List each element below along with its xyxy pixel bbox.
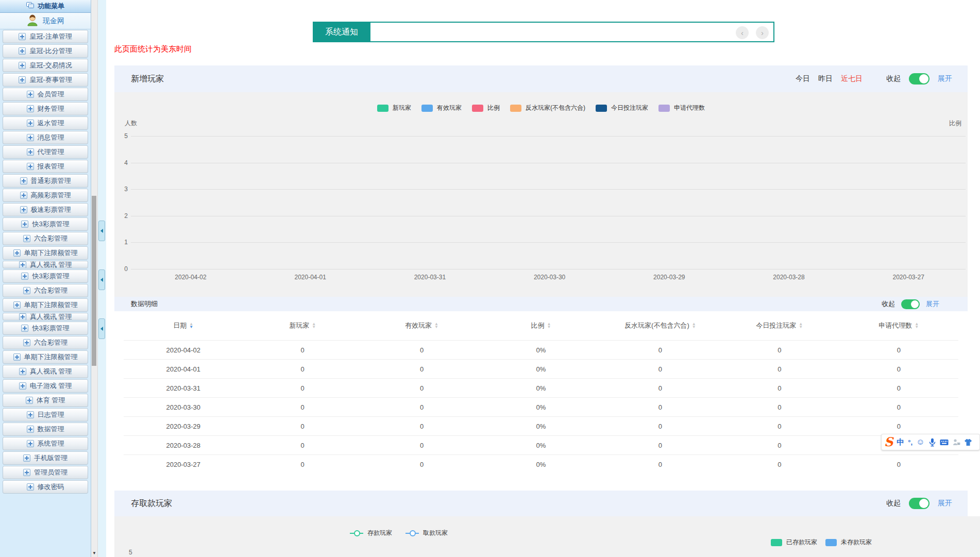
sidebar-item-26[interactable]: 体育 管理	[3, 394, 88, 407]
range-week-link[interactable]: 近七日	[841, 74, 863, 83]
expand-plus-icon	[27, 440, 34, 447]
collapse-toggle[interactable]	[909, 498, 930, 509]
sidebar-item-22[interactable]: 六合彩管理	[3, 336, 88, 349]
gridline	[131, 136, 966, 137]
column-header-3[interactable]: 比例▲▼	[481, 321, 600, 330]
sidebar-item-15[interactable]: 单期下注限额管理	[3, 246, 88, 260]
sidebar-item-11[interactable]: 高频彩票管理	[3, 189, 88, 202]
sidebar-item-label: 体育 管理	[37, 396, 65, 405]
menu-icon	[26, 2, 35, 10]
expand-link[interactable]: 展开	[938, 499, 952, 508]
range-today-link[interactable]: 今日	[796, 74, 810, 83]
sidebar-item-3[interactable]: 皇冠-赛事管理	[3, 73, 88, 87]
column-header-0[interactable]: 日期▲▼	[124, 321, 243, 330]
table-cell: 0%	[481, 442, 600, 449]
sidebar-item-16[interactable]: 真人视讯 管理	[3, 261, 88, 268]
column-header-5[interactable]: 今日投注玩家▲▼	[720, 321, 839, 330]
sidebar-item-29[interactable]: 系统管理	[3, 437, 88, 450]
collapse-toggle[interactable]	[909, 73, 930, 85]
toolbox-icon[interactable]: 20	[952, 438, 960, 446]
column-header-6[interactable]: 申请代理数▲▼	[839, 321, 958, 330]
range-yesterday-link[interactable]: 昨日	[818, 74, 833, 83]
collapse-sidebar-arrow-icon[interactable]	[98, 269, 105, 290]
sidebar-item-25[interactable]: 电子游戏 管理	[3, 379, 88, 393]
column-header-1[interactable]: 新玩家▲▼	[243, 321, 362, 330]
sidebar-item-24[interactable]: 真人视讯 管理	[3, 365, 88, 378]
sidebar-item-19[interactable]: 单期下注限额管理	[3, 298, 88, 312]
sort-desc-icon: ▼	[692, 326, 696, 329]
sidebar-item-28[interactable]: 数据管理	[3, 423, 88, 436]
scrollbar-down-arrow-icon[interactable]: ▼	[91, 550, 97, 556]
expand-link[interactable]: 展开	[938, 74, 952, 83]
y-axis-tick: 0	[114, 265, 128, 273]
collapse-toggle[interactable]	[901, 299, 920, 309]
sidebar-item-0[interactable]: 皇冠-注单管理	[3, 30, 88, 43]
sidebar-item-30[interactable]: 手机版管理	[3, 451, 88, 465]
table-cell: 0%	[481, 461, 600, 468]
sidebar-item-label: 真人视讯 管理	[30, 261, 72, 268]
table-cell: 0	[243, 461, 362, 468]
microphone-icon[interactable]	[928, 438, 936, 447]
sidebar-item-4[interactable]: 会员管理	[3, 88, 88, 101]
deposit-panel-header: 存取款玩家 收起 展开	[114, 491, 968, 516]
expand-plus-icon	[19, 33, 26, 40]
skin-icon[interactable]	[964, 438, 972, 446]
sogou-logo-icon[interactable]: S	[884, 435, 893, 449]
sidebar-item-10[interactable]: 普通彩票管理	[3, 174, 88, 188]
sidebar-item-7[interactable]: 消息管理	[3, 131, 88, 144]
sidebar-item-1[interactable]: 皇冠-比分管理	[3, 44, 88, 58]
notice-next-button[interactable]: ›	[756, 26, 769, 39]
sidebar-item-label: 六合彩管理	[34, 338, 67, 347]
table-cell: 0	[839, 423, 958, 430]
column-header-2[interactable]: 有效玩家▲▼	[362, 321, 481, 330]
svg-text:20: 20	[957, 442, 960, 445]
chinese-mode-icon[interactable]: 中	[897, 437, 904, 447]
emoji-icon[interactable]: ☺	[916, 437, 924, 447]
sidebar-item-label: 单期下注限额管理	[24, 352, 78, 362]
collapse-sidebar-arrow-icon[interactable]	[98, 318, 105, 339]
table-cell: 0	[839, 403, 958, 411]
sidebar-item-13[interactable]: 快3彩票管理	[3, 217, 88, 231]
table-cell: 0%	[481, 384, 600, 392]
legend-item[interactable]: 新玩家	[377, 104, 411, 112]
sidebar-item-31[interactable]: 管理员管理	[3, 466, 88, 479]
sidebar: 功能菜单 现金网 皇冠-注单管理皇冠-比分管理皇冠-交易情况皇冠-赛事管理会员管…	[0, 0, 91, 557]
scrollbar-thumb[interactable]	[92, 196, 96, 366]
sidebar-item-18[interactable]: 六合彩管理	[3, 284, 88, 297]
expand-plus-icon	[27, 483, 34, 491]
legend-item[interactable]: 有效玩家	[421, 104, 462, 112]
sidebar-item-5[interactable]: 财务管理	[3, 102, 88, 115]
expand-link[interactable]: 展开	[926, 299, 939, 309]
sidebar-item-27[interactable]: 日志管理	[3, 408, 88, 421]
keyboard-icon[interactable]	[940, 439, 949, 446]
sidebar-item-12[interactable]: 极速彩票管理	[3, 203, 88, 216]
sidebar-item-label: 电子游戏 管理	[30, 381, 72, 391]
sidebar-item-2[interactable]: 皇冠-交易情况	[3, 59, 88, 72]
sidebar-item-8[interactable]: 代理管理	[3, 145, 88, 159]
legend-item[interactable]: 申请代理数	[658, 104, 705, 112]
sidebar-item-21[interactable]: 快3彩票管理	[3, 322, 88, 335]
legend-item[interactable]: 存款玩家	[350, 529, 392, 537]
sidebar-item-14[interactable]: 六合彩管理	[3, 232, 88, 245]
notice-prev-button[interactable]: ‹	[736, 26, 749, 39]
sidebar-item-32[interactable]: 修改密码	[3, 480, 88, 494]
punctuation-icon[interactable]: °,	[908, 438, 913, 446]
table-cell: 0	[720, 384, 839, 392]
sidebar-item-9[interactable]: 报表管理	[3, 160, 88, 173]
collapse-sidebar-arrow-icon[interactable]	[98, 221, 105, 241]
legend-item[interactable]: 比例	[472, 104, 500, 112]
table-row: 2020-03-27000%000	[124, 454, 958, 474]
table-cell: 0	[362, 461, 481, 468]
legend-item[interactable]: 反水玩家(不包含六合)	[510, 104, 585, 112]
sidebar-item-20[interactable]: 真人视讯 管理	[3, 313, 88, 320]
sidebar-scrollbar[interactable]: ▼	[91, 0, 98, 557]
column-header-4[interactable]: 反水玩家(不包含六合)▲▼	[601, 321, 720, 330]
sidebar-item-17[interactable]: 快3彩票管理	[3, 269, 88, 283]
sidebar-item-6[interactable]: 返水管理	[3, 116, 88, 130]
system-notice-marquee: ‹ ›	[370, 22, 774, 42]
legend-item[interactable]: 取款玩家	[405, 529, 448, 537]
sidebar-item-23[interactable]: 单期下注限额管理	[3, 350, 88, 364]
expand-plus-icon	[26, 397, 33, 404]
legend-item[interactable]: 今日投注玩家	[596, 104, 648, 112]
sort-icons: ▲▼	[915, 323, 919, 329]
